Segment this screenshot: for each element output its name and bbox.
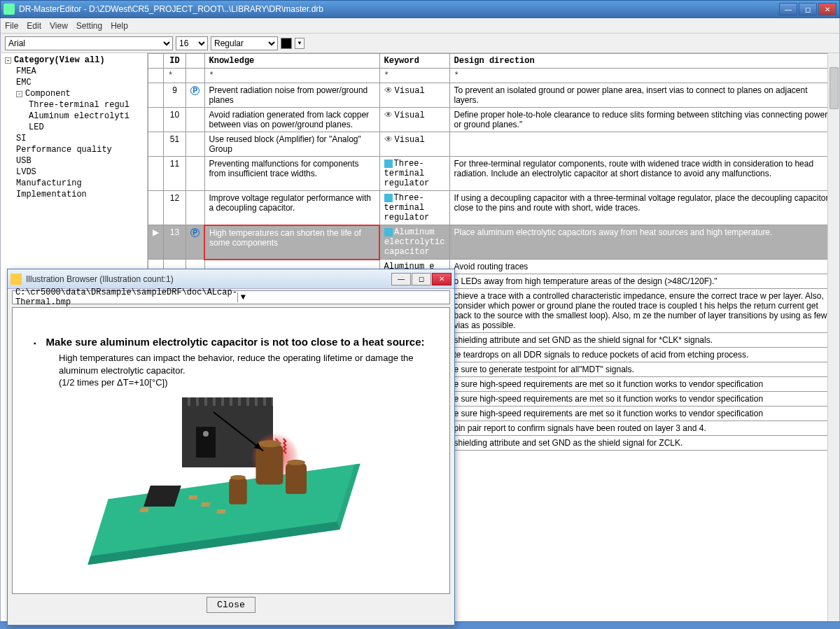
info-icon[interactable]: P [190,86,200,95]
visual-icon: 👁 [384,85,393,96]
cell-id: 51 [164,132,186,157]
tree-item[interactable]: Implementation [13,189,146,200]
illustration-browser-dialog: Illustration Browser (Illustration count… [7,269,455,626]
grid-row[interactable]: 12Improve voltage regulator performance … [148,191,839,225]
cell-design [449,132,839,157]
info-icon[interactable]: P [190,228,200,237]
cell-info[interactable] [186,191,205,225]
cell-knowledge: Avoid radiation generated from lack copp… [204,108,379,132]
illustration-image: ⦚⦚⦚ [98,399,364,553]
tree-item[interactable]: Manufacturing [13,178,146,189]
font-select[interactable]: Arial [5,36,173,50]
cell-keyword: Three-terminal regulator [379,191,449,225]
cell-knowledge: Improve voltage regulator performance wi… [204,191,379,225]
dialog-close-action-button[interactable]: Close [206,597,255,613]
filter-knowledge[interactable]: * [204,69,379,83]
row-pointer [148,157,164,191]
collapse-icon[interactable]: - [5,57,11,64]
grid-row[interactable]: 9PPrevent radiation noise from power/gro… [148,83,839,108]
cell-keyword: 👁Visual [379,132,449,157]
tree-item[interactable]: USB [13,155,146,167]
tree-item[interactable]: FMEA [13,66,146,77]
col-keyword[interactable]: Keyword [379,54,449,69]
cell-keyword: Three-terminal regulator [379,157,449,191]
tree-item[interactable]: LED [26,122,146,133]
window-controls: — ◻ ✕ [779,3,836,15]
grid-row[interactable]: 10Avoid radiation generated from lack co… [148,108,839,132]
menu-setting[interactable]: Setting [76,21,102,31]
vertical-scrollbar[interactable] [827,53,839,621]
block-icon [384,228,393,236]
tree-root[interactable]: -Category(View all) [2,55,146,66]
tree-item[interactable]: -Component [13,88,146,99]
tree-item-label: Three-terminal regul [29,100,130,110]
grid-row[interactable]: 51Use reused block (Amplifier) for "Anal… [148,132,839,157]
dialog-maximize-button[interactable]: ◻ [412,273,431,285]
cell-design: e sure high-speed requirements are met s… [449,407,839,421]
dialog-close-button[interactable]: ✕ [432,273,451,285]
menu-view[interactable]: View [50,21,68,31]
menu-edit[interactable]: Edit [27,21,41,31]
filter-design[interactable]: * [449,69,839,83]
cell-info[interactable]: P [186,83,205,108]
cell-design: o LEDs away from high temperature areas … [449,274,839,289]
col-id[interactable]: ID [164,54,186,69]
dialog-title: Illustration Browser (Illustration count… [26,274,391,284]
cell-info[interactable]: P [186,225,205,260]
maximize-button[interactable]: ◻ [799,3,817,15]
dialog-minimize-button[interactable]: — [391,273,411,285]
row-pointer: ▶ [148,225,164,260]
expand-icon[interactable]: - [16,91,22,97]
scrollbar-thumb[interactable] [830,67,839,109]
cell-design: To prevent an isolated ground or power p… [449,83,839,108]
close-button[interactable]: ✕ [818,3,836,15]
grid-header-row: ID Knowledge Keyword Design direction [148,54,839,69]
tree-item-label: SI [16,134,26,143]
dialog-titlebar[interactable]: Illustration Browser (Illustration count… [8,269,454,289]
cell-id: 9 [164,83,186,108]
cell-info[interactable] [186,157,205,191]
cell-design: pin pair report to confirm signals have … [449,421,839,436]
row-pointer [148,83,164,108]
cell-keyword: 👁Visual [379,83,449,108]
tree-item[interactable]: EMC [13,77,146,88]
tree-item-label: Implementation [16,190,87,199]
fontsize-select[interactable]: 16 [176,36,208,50]
row-pointer-header [148,54,164,69]
tree-item[interactable]: LVDS [13,167,146,178]
block-icon [384,194,393,202]
cell-design: For three-terminal regulator components,… [449,157,839,191]
tree-item[interactable]: SI [13,133,146,144]
cell-info[interactable] [186,132,205,157]
color-swatch[interactable] [281,38,292,49]
grid-row[interactable]: 11Preventing malfunctions for components… [148,157,839,191]
titlebar: DR-MasterEditor - D:\ZDWest\CR5_PROJECT_… [0,0,840,18]
cell-info[interactable] [186,108,205,132]
menu-help[interactable]: Help [111,21,128,31]
illustration-body2: (1/2 times per ΔT=+10[°C]) [59,376,428,389]
cell-knowledge: Preventing malfunctions for components f… [204,157,379,191]
fontstyle-select[interactable]: Regular [211,36,278,50]
cell-id: 13 [164,225,186,260]
color-dropdown-icon[interactable]: ▼ [295,38,304,49]
illustration-body1: High temperatures can impact the behavio… [59,352,428,376]
dialog-path-field[interactable]: C:\cr5000\data\DRsample\sampleDRF\doc\AL… [12,290,450,304]
cell-design: chieve a trace with a controlled charact… [449,289,839,333]
tree-item-label: Component [25,89,71,99]
tree-item-label: FMEA [16,66,36,76]
dialog-icon [10,274,22,285]
menu-file[interactable]: File [5,21,18,31]
col-design[interactable]: Design direction [449,54,839,69]
cell-design: Place aluminum electrolytic capacitors a… [449,225,839,260]
visual-icon: 👁 [384,134,393,145]
path-dropdown-icon[interactable]: ▼ [237,292,447,302]
col-knowledge[interactable]: Knowledge [204,54,379,69]
filter-keyword[interactable]: * [379,69,449,83]
tree-item[interactable]: Performance quality [13,144,146,155]
tree-item[interactable]: Three-terminal regul [26,99,146,111]
tree-item[interactable]: Aluminum electrolyti [26,111,146,122]
col-info[interactable] [186,54,205,69]
grid-row[interactable]: ▶13PHigh temperatures can shorten the li… [148,225,839,260]
minimize-button[interactable]: — [779,3,797,15]
filter-id[interactable]: * [164,69,186,83]
